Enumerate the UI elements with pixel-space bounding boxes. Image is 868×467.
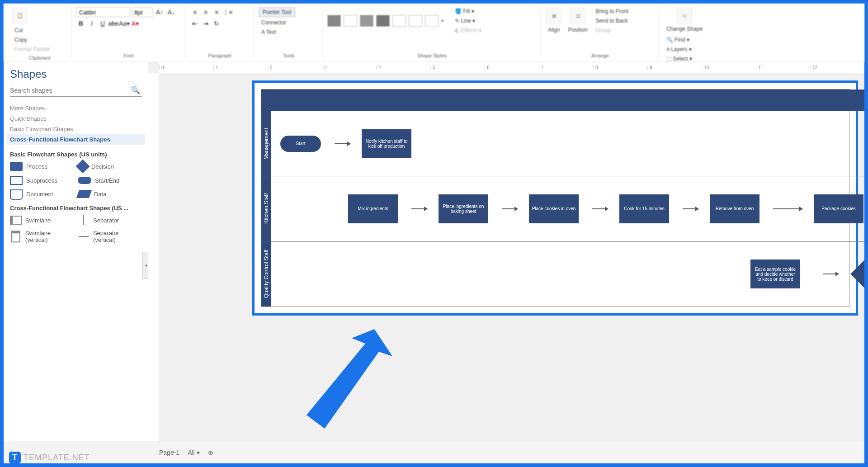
lane-qc[interactable]: Eat a sample cookie and decide whether t… — [271, 242, 864, 307]
lane-title-kitchen[interactable]: Kitchen Staff — [261, 176, 271, 241]
flowchart-highlight: Management Kitchen Staff Quality Control… — [252, 80, 858, 316]
align-left-button[interactable]: ≡ — [190, 7, 200, 17]
node-package[interactable]: Package cookies — [814, 194, 863, 223]
connector-icon[interactable] — [823, 274, 836, 274]
style-swatch[interactable] — [344, 15, 357, 27]
bring-front-button[interactable]: Bring to Front — [593, 7, 631, 15]
shape-decision[interactable]: Decision — [78, 161, 142, 171]
group-button[interactable]: Group — [593, 26, 613, 34]
connector-tool-button[interactable]: Connector — [259, 19, 289, 27]
font-size-select[interactable] — [132, 7, 153, 17]
align-right-button[interactable]: ≡ — [212, 7, 222, 17]
shape-process[interactable]: Process — [10, 161, 74, 171]
select-button[interactable]: ⬚ Select ▾ — [664, 55, 695, 63]
font-color-button[interactable]: A▾ — [130, 19, 140, 28]
decrease-font-button[interactable]: A↓ — [166, 7, 176, 17]
line-button[interactable]: ✎ Line ▾ — [452, 17, 478, 25]
strike-button[interactable]: abc — [108, 19, 118, 28]
shape-swimlane-vertical[interactable]: Swimlane (vertical) — [10, 230, 74, 243]
basic-shapes-header: Basic Flowchart Shapes (US units) — [10, 151, 142, 158]
all-pages-tab[interactable]: All ▾ — [188, 449, 199, 456]
bold-button[interactable]: B — [76, 19, 86, 28]
style-swatch[interactable] — [392, 15, 406, 27]
italic-button[interactable]: I — [87, 19, 97, 28]
add-page-button[interactable]: ⊕ — [208, 449, 213, 456]
font-family-select[interactable] — [76, 7, 130, 17]
shape-startend[interactable]: Start/End — [78, 176, 142, 185]
node-remove[interactable]: Remove from oven — [710, 194, 760, 223]
phase-header[interactable]: Phase — [271, 90, 864, 111]
panel-collapse-handle[interactable]: ◂ — [142, 252, 148, 279]
lane-title-qc[interactable]: Quality Control Staff — [261, 241, 271, 307]
node-oven[interactable]: Place cookies in oven — [529, 194, 579, 223]
ruler-horizontal: 0123456789101112 — [159, 62, 864, 73]
indent-right-button[interactable]: ⇥ — [201, 19, 211, 28]
lane-title-management[interactable]: Management — [261, 111, 271, 176]
ribbon-group-paragraph: ≡ ≡ ≡ ⋮≡ ⇤ ⇥ ↻ Paragraph — [186, 5, 254, 60]
node-sample[interactable]: Eat a sample cookie and decide whether t… — [750, 259, 800, 288]
stencil-cross-functional[interactable]: Cross-Functional Flowchart Shapes — [7, 134, 145, 145]
connector-icon[interactable] — [683, 208, 696, 209]
effects-button[interactable]: ◐ Effects ▾ — [452, 26, 484, 34]
lane-kitchen[interactable]: Mix ingredients Place ingredients on bak… — [271, 176, 864, 241]
rotate-text-button[interactable]: ↻ — [212, 19, 222, 28]
indent-left-button[interactable]: ⇤ — [190, 19, 200, 28]
layers-button[interactable]: ≡ Layers ▾ — [664, 45, 694, 53]
style-swatch[interactable] — [360, 15, 373, 27]
paste-button[interactable]: 📋 — [12, 7, 28, 24]
node-mix[interactable]: Mix ingredients — [348, 194, 398, 223]
align-center-button[interactable]: ≡ — [201, 7, 211, 17]
connector-icon[interactable] — [335, 143, 348, 144]
align-button[interactable]: ⊞ — [546, 8, 562, 24]
text-tool-button[interactable]: A Text — [259, 28, 278, 36]
node-start[interactable]: Start — [280, 136, 321, 152]
font-size-button[interactable]: Aa▾ — [119, 19, 129, 28]
style-swatch[interactable] — [327, 15, 341, 27]
shape-data[interactable]: Data — [78, 189, 142, 198]
shape-subprocess[interactable]: Subprocess — [10, 176, 74, 185]
connector-icon[interactable] — [502, 208, 515, 209]
shapes-search[interactable]: 🔍 — [10, 84, 142, 97]
style-swatch[interactable] — [376, 15, 390, 27]
shape-separator[interactable]: Separator — [78, 215, 142, 225]
connector-icon[interactable] — [773, 208, 800, 209]
status-bar: Page-1 All ▾ ⊕ — [4, 441, 864, 463]
bullets-button[interactable]: ⋮≡ — [222, 7, 232, 17]
style-swatch[interactable] — [425, 15, 439, 27]
node-cook[interactable]: Cook for 15 minutes — [619, 194, 669, 223]
pointer-tool-button[interactable]: Pointer Tool — [259, 7, 295, 17]
find-button[interactable]: 🔍 Find ▾ — [664, 36, 692, 44]
shape-document[interactable]: Document — [10, 189, 74, 198]
cross-functional-flowchart[interactable]: Management Kitchen Staff Quality Control… — [261, 89, 849, 307]
shape-separator-vertical[interactable]: Separator (vertical) — [78, 230, 142, 243]
lane-management[interactable]: Start Notify kitchen staff to kick off p… — [271, 111, 864, 176]
node-decide[interactable]: Keep or discard — [850, 245, 864, 303]
copy-button[interactable]: Copy — [12, 36, 30, 44]
shape-swimlane[interactable]: Swimlane — [10, 215, 74, 225]
ribbon: 📋 Cut Copy Format Painter Clipboard A↑ A… — [4, 4, 864, 62]
stencil-basic-flowchart[interactable]: Basic Flowchart Shapes — [10, 124, 142, 134]
ribbon-group-arrange: ⊞ Align ⊡ Position Bring to Front Send t… — [542, 5, 659, 60]
position-button[interactable]: ⊡ — [570, 8, 586, 24]
cut-button[interactable]: Cut — [12, 26, 26, 34]
stencil-more-shapes[interactable]: More Shapes — [10, 103, 142, 113]
shapes-search-input[interactable] — [10, 84, 129, 96]
connector-icon[interactable] — [592, 208, 606, 209]
node-place[interactable]: Place ingredients on baking sheet — [439, 194, 488, 223]
fill-button[interactable]: 🪣 Fill ▾ — [452, 7, 477, 15]
search-icon[interactable]: 🔍 — [129, 84, 142, 96]
annotation-arrow — [293, 325, 392, 433]
shapestyles-label: Shape Styles — [327, 53, 537, 58]
style-swatch[interactable] — [409, 15, 422, 27]
drawing-canvas[interactable]: 0123456789101112 Management Kitchen Staf… — [148, 62, 864, 441]
connector-icon[interactable] — [411, 208, 425, 209]
change-shape-button[interactable]: ◇ — [676, 7, 693, 24]
increase-font-button[interactable]: A↑ — [155, 7, 165, 17]
format-painter-button[interactable]: Format Painter — [12, 45, 53, 53]
node-notify[interactable]: Notify kitchen staff to kick off product… — [362, 129, 411, 158]
ruler-vertical — [148, 73, 159, 441]
page-tab[interactable]: Page-1 — [159, 449, 179, 456]
stencil-quick-shapes[interactable]: Quick Shapes — [10, 113, 142, 124]
underline-button[interactable]: U — [98, 19, 108, 28]
send-back-button[interactable]: Send to Back — [593, 17, 630, 25]
